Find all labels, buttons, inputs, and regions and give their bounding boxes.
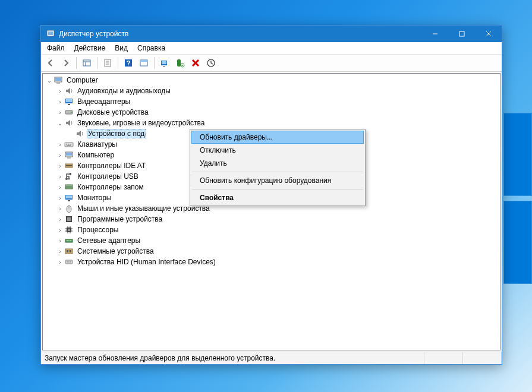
toolbar: ? bbox=[41, 55, 502, 72]
context-scan-hardware[interactable]: Обновить конфигурацию оборудования bbox=[191, 174, 364, 187]
svg-rect-37 bbox=[70, 144, 71, 145]
expander-icon[interactable]: › bbox=[56, 141, 64, 148]
tree-label: Устройство с под bbox=[87, 129, 146, 138]
expander-icon[interactable]: › bbox=[56, 88, 64, 94]
expander-icon[interactable]: › bbox=[56, 173, 64, 180]
svg-point-33 bbox=[71, 112, 72, 113]
svg-rect-36 bbox=[68, 144, 69, 145]
titlebar[interactable]: Диспетчер устройств bbox=[41, 26, 502, 42]
tree-label: Computer bbox=[65, 76, 99, 84]
expander-icon[interactable]: › bbox=[56, 216, 64, 223]
sound-icon bbox=[64, 118, 74, 128]
tree-category-node[interactable]: ›Сетевые адаптеры bbox=[43, 235, 500, 246]
tree-label: Видеоадаптеры bbox=[76, 97, 131, 106]
menu-action[interactable]: Действие bbox=[70, 43, 111, 53]
tree-root-node[interactable]: ⌄Computer bbox=[43, 75, 500, 86]
expander-icon[interactable]: › bbox=[56, 184, 64, 191]
menu-help[interactable]: Справка bbox=[133, 43, 170, 53]
tree-category-node[interactable]: ›Процессоры bbox=[43, 225, 500, 235]
expander-icon[interactable]: › bbox=[56, 152, 64, 159]
tree-label: Контроллеры USB bbox=[76, 172, 140, 181]
enable-device-button[interactable] bbox=[173, 56, 187, 70]
device-tree[interactable]: ⌄Computer›Аудиовходы и аудиовыходы›Видео… bbox=[42, 73, 500, 350]
svg-rect-48 bbox=[65, 187, 73, 189]
svg-point-46 bbox=[68, 178, 70, 180]
expander-icon[interactable]: › bbox=[56, 238, 64, 244]
update-driver-button[interactable] bbox=[204, 56, 218, 70]
tree-category-node[interactable]: ›Дисковые устройства bbox=[43, 107, 500, 118]
tree-category-node[interactable]: ›Аудиовходы и аудиовыходы bbox=[43, 86, 500, 96]
svg-rect-38 bbox=[67, 146, 71, 147]
context-separator bbox=[192, 189, 363, 189]
svg-rect-4 bbox=[459, 31, 464, 36]
tree-category-node[interactable]: ›Видеоадаптеры bbox=[43, 96, 500, 107]
svg-rect-40 bbox=[66, 153, 72, 156]
svg-rect-55 bbox=[67, 217, 71, 221]
svg-rect-17 bbox=[140, 60, 147, 62]
desktop-tiles bbox=[503, 113, 532, 289]
show-hide-console-button[interactable] bbox=[80, 56, 94, 70]
expander-icon[interactable]: › bbox=[56, 163, 64, 169]
tree-category-node[interactable]: ⌄Звуковые, игровые и видеоустройства bbox=[43, 118, 500, 128]
tree-label: Аудиовходы и аудиовыходы bbox=[76, 87, 172, 95]
expander-icon[interactable]: › bbox=[56, 109, 64, 116]
svg-point-75 bbox=[68, 261, 70, 263]
expander-icon[interactable]: › bbox=[56, 99, 64, 105]
action-menu-button[interactable] bbox=[137, 56, 151, 70]
help-button[interactable]: ? bbox=[121, 56, 136, 70]
svg-rect-68 bbox=[68, 241, 70, 241]
display-icon bbox=[64, 97, 74, 106]
svg-rect-20 bbox=[163, 66, 165, 67]
disk-icon bbox=[64, 108, 74, 117]
tree-label: Звуковые, игровые и видеоустройства bbox=[76, 119, 206, 127]
sound-icon bbox=[75, 129, 84, 138]
hid-icon bbox=[64, 257, 74, 267]
menubar: Файл Действие Вид Справка bbox=[41, 42, 502, 55]
context-disable[interactable]: Отключить bbox=[191, 144, 364, 157]
uninstall-device-button[interactable] bbox=[188, 56, 203, 70]
ide-icon bbox=[64, 161, 74, 170]
desktop-tile bbox=[503, 113, 532, 196]
minimize-button[interactable] bbox=[421, 26, 448, 42]
svg-rect-70 bbox=[65, 249, 73, 254]
expander-icon[interactable]: › bbox=[56, 259, 64, 265]
svg-rect-19 bbox=[162, 61, 166, 64]
svg-rect-43 bbox=[66, 165, 72, 166]
tree-category-node[interactable]: ›Системные устройства bbox=[43, 246, 500, 257]
expander-icon[interactable]: › bbox=[56, 206, 64, 212]
expander-icon[interactable]: › bbox=[56, 195, 64, 201]
svg-rect-71 bbox=[67, 250, 68, 252]
svg-rect-7 bbox=[83, 60, 90, 66]
svg-rect-50 bbox=[66, 195, 72, 198]
svg-rect-35 bbox=[66, 144, 67, 145]
tree-label: Контроллеры IDE AT bbox=[76, 162, 147, 170]
usb-icon bbox=[64, 172, 74, 181]
context-update-drivers[interactable]: Обновить драйверы... bbox=[191, 131, 364, 144]
svg-rect-2 bbox=[48, 31, 53, 35]
statusbar: Запуск мастера обновления драйверов для … bbox=[41, 352, 502, 364]
expander-icon[interactable]: › bbox=[56, 248, 64, 255]
expander-icon[interactable]: › bbox=[56, 227, 64, 233]
expander-icon[interactable]: ⌄ bbox=[45, 77, 53, 84]
close-button[interactable] bbox=[475, 26, 502, 42]
context-delete[interactable]: Удалить bbox=[191, 157, 364, 170]
tree-category-node[interactable]: ›Устройства HID (Human Interface Devices… bbox=[43, 257, 500, 267]
back-button[interactable] bbox=[43, 56, 58, 70]
tree-label: Процессоры bbox=[76, 226, 120, 234]
storage-icon bbox=[64, 182, 74, 192]
properties-button[interactable] bbox=[100, 56, 115, 70]
software-icon bbox=[64, 214, 74, 224]
maximize-button[interactable] bbox=[448, 26, 475, 42]
scan-hardware-button[interactable] bbox=[158, 56, 172, 70]
audio-icon bbox=[64, 86, 74, 96]
tree-label: Программные устройства bbox=[76, 215, 163, 223]
expander-icon[interactable]: ⌄ bbox=[56, 120, 64, 127]
menu-view[interactable]: Вид bbox=[110, 43, 133, 53]
forward-button[interactable] bbox=[59, 56, 73, 70]
svg-rect-69 bbox=[70, 241, 71, 241]
context-properties[interactable]: Свойства bbox=[191, 191, 364, 204]
network-icon bbox=[64, 236, 74, 245]
tree-label: Системные устройства bbox=[76, 247, 155, 255]
menu-file[interactable]: Файл bbox=[42, 43, 70, 53]
tree-category-node[interactable]: ›Программные устройства bbox=[43, 214, 500, 225]
